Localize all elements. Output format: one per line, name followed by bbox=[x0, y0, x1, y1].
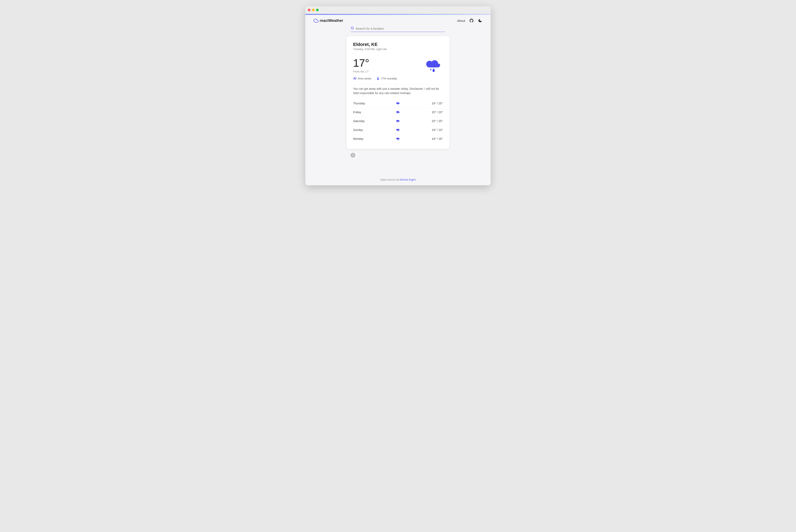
location-name: Eldoret, KE bbox=[353, 42, 443, 47]
forecast-weather-icon bbox=[396, 136, 400, 141]
svg-point-13 bbox=[397, 131, 398, 132]
traffic-lights bbox=[308, 8, 319, 11]
footer-author-link[interactable]: Dennis Kigen bbox=[400, 178, 416, 181]
svg-point-12 bbox=[398, 122, 399, 123]
forecast-row: Saturday 20° / 20° bbox=[353, 117, 443, 126]
settings-area bbox=[346, 153, 450, 158]
svg-point-19 bbox=[352, 155, 354, 156]
humidity-icon bbox=[376, 77, 380, 80]
forecast-list: Thursday 18° / 20° Friday 20° / 20° Satu… bbox=[353, 99, 443, 143]
footer-text: Open source by bbox=[380, 178, 400, 181]
forecast-row: Sunday 19° / 19° bbox=[353, 126, 443, 134]
forecast-weather-icon bbox=[396, 101, 400, 106]
svg-point-7 bbox=[397, 113, 398, 114]
wind-detail: 4m/s winds bbox=[353, 77, 371, 80]
svg-point-8 bbox=[398, 113, 398, 114]
wind-label: 4m/s winds bbox=[358, 77, 371, 80]
forecast-day: Sunday bbox=[353, 128, 369, 132]
forecast-day: Thursday bbox=[353, 102, 369, 105]
svg-point-4 bbox=[397, 104, 398, 105]
forecast-day: Friday bbox=[353, 111, 369, 114]
weather-details: 4m/s winds 77% humidity bbox=[353, 77, 443, 80]
svg-point-5 bbox=[398, 104, 398, 105]
forecast-row: Thursday 18° / 20° bbox=[353, 99, 443, 108]
logo-text: reactWeather bbox=[320, 19, 343, 23]
forecast-temps: 20° / 20° bbox=[427, 119, 443, 123]
navbar: reactWeather About bbox=[305, 15, 491, 26]
feels-like: Feels like 17° bbox=[353, 70, 369, 73]
settings-icon[interactable] bbox=[350, 153, 355, 157]
forecast-temps: 19° / 19° bbox=[427, 128, 443, 132]
logo: reactWeather bbox=[314, 18, 343, 23]
titlebar bbox=[305, 6, 491, 14]
search-container bbox=[346, 26, 450, 32]
svg-point-14 bbox=[398, 131, 398, 132]
logo-icon bbox=[314, 18, 319, 23]
app-content: reactWeather About bbox=[305, 15, 491, 170]
maximize-button[interactable] bbox=[316, 8, 319, 11]
weather-main: 17° Feels like 17° bbox=[353, 56, 443, 74]
humidity-detail: 77% humidity bbox=[376, 77, 397, 80]
search-input[interactable] bbox=[356, 27, 446, 30]
temperature-section: 17° Feels like 17° bbox=[353, 57, 369, 73]
humidity-label: 77% humidity bbox=[381, 77, 397, 80]
svg-point-16 bbox=[397, 140, 398, 140]
app-window: reactWeather About bbox=[305, 6, 491, 185]
svg-line-1 bbox=[353, 28, 354, 29]
search-icon bbox=[350, 26, 354, 31]
location-datetime: Tuesday, 6:59 AM, Light rain bbox=[353, 48, 443, 51]
forecast-day: Saturday bbox=[353, 119, 369, 123]
weather-icon-large bbox=[424, 56, 443, 74]
github-icon[interactable] bbox=[469, 18, 474, 23]
minimize-button[interactable] bbox=[312, 8, 315, 11]
forecast-temps: 18° / 20° bbox=[427, 102, 443, 105]
svg-point-18 bbox=[398, 140, 399, 140]
forecast-weather-icon bbox=[396, 119, 400, 123]
search-box bbox=[350, 26, 446, 32]
svg-point-6 bbox=[398, 104, 399, 105]
forecast-row: Monday 18° / 18° bbox=[353, 134, 443, 143]
svg-point-9 bbox=[398, 113, 399, 114]
about-link[interactable]: About bbox=[457, 19, 465, 22]
svg-point-11 bbox=[398, 122, 398, 123]
svg-point-15 bbox=[398, 131, 399, 132]
forecast-weather-icon bbox=[396, 110, 400, 114]
forecast-row: Friday 20° / 20° bbox=[353, 108, 443, 117]
temperature: 17° bbox=[353, 57, 369, 69]
nav-right: About bbox=[457, 18, 482, 23]
footer: Open source by Dennis Kigen bbox=[305, 170, 491, 185]
svg-point-2 bbox=[430, 69, 431, 71]
svg-point-10 bbox=[397, 122, 398, 123]
forecast-temps: 20° / 20° bbox=[427, 111, 443, 114]
svg-point-17 bbox=[398, 140, 398, 140]
weather-description: You can get away with just a sweater tod… bbox=[353, 87, 443, 95]
forecast-day: Monday bbox=[353, 137, 369, 140]
close-button[interactable] bbox=[308, 8, 310, 11]
forecast-weather-icon bbox=[396, 128, 400, 132]
forecast-temps: 18° / 18° bbox=[427, 137, 443, 140]
wind-icon bbox=[353, 77, 357, 80]
dark-mode-icon[interactable] bbox=[478, 18, 482, 23]
weather-card: Eldoret, KE Tuesday, 6:59 AM, Light rain… bbox=[346, 36, 450, 149]
